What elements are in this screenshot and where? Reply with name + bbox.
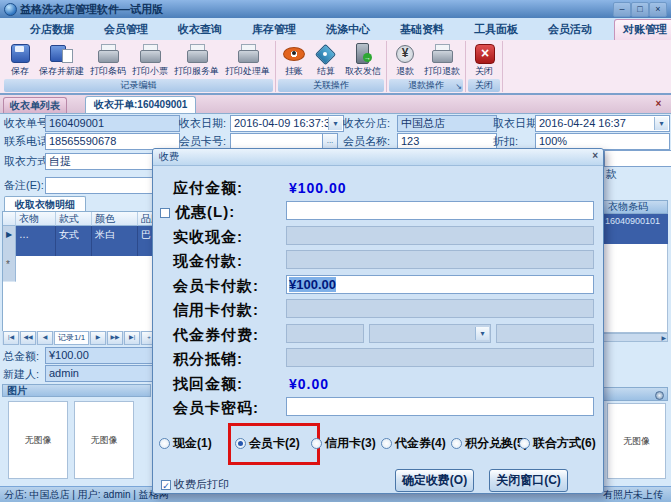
field-收衣分店[interactable]: 中国总店 <box>397 115 497 132</box>
voucher-type-dropdown[interactable]: ▾ <box>369 324 491 343</box>
menu-tab-洗涤中心[interactable]: 洗涤中心 <box>318 20 378 40</box>
radio-icon[interactable] <box>235 438 246 449</box>
voucher-amount-field[interactable] <box>286 324 364 343</box>
dialog-label: 找回金额: <box>173 375 243 394</box>
radio-icon[interactable] <box>381 438 392 449</box>
field-label: 收衣单号: <box>4 115 51 131</box>
field-label: 会员名称: <box>343 133 390 149</box>
dropdown-arrow-icon[interactable]: ▾ <box>475 327 489 340</box>
退款-button[interactable]: 退款 <box>389 41 421 78</box>
pictures-panel-header: 图片 <box>2 384 151 397</box>
total-label: 总金额: <box>3 348 39 364</box>
取衣发信-button[interactable]: 取衣发信 <box>342 41 384 78</box>
menu-tab-会员管理[interactable]: 会员管理 <box>96 20 156 40</box>
radio-label: 会员卡(2) <box>249 435 300 452</box>
关闭-button[interactable]: 关闭 <box>468 41 500 78</box>
dialog-field-会员卡密码[interactable] <box>286 397 594 416</box>
field-收衣单号[interactable]: 160409001 <box>45 115 180 132</box>
打印小票-button[interactable]: 打印小票 <box>129 41 171 78</box>
dialog-title: 收费 <box>159 150 179 164</box>
打印退款-button[interactable]: 打印退款 <box>421 41 463 78</box>
right-strip-field[interactable] <box>604 150 671 167</box>
field-收衣日期[interactable]: 2016-04-09 16:37:39▾ <box>230 115 344 132</box>
挂账-button[interactable]: 挂账 <box>278 41 310 78</box>
close-window-button[interactable]: 关闭窗口(C) <box>489 469 568 492</box>
dialog-field-会员卡付款[interactable]: ¥100.00 <box>286 275 594 294</box>
dialog-close-icon[interactable]: × <box>592 150 598 161</box>
menu-tab-工具面板[interactable]: 工具面板 <box>466 20 526 40</box>
pin-icon[interactable] <box>655 391 664 400</box>
total-label: 新建人: <box>3 366 39 382</box>
menu-tab-会员活动[interactable]: 会员活动 <box>540 20 600 40</box>
ribbon-button-label: 打印小票 <box>132 65 168 78</box>
nav-next-button[interactable]: ▶ <box>90 331 106 345</box>
nav-next-button[interactable]: ▶| <box>124 331 140 345</box>
payment-method-信用卡(3)[interactable]: 信用卡(3) <box>311 435 376 452</box>
dialog-field-优惠(L)[interactable] <box>286 201 594 220</box>
ribbon-button-label: 保存 <box>11 65 29 78</box>
ribbon-group-buttons: 退款打印退款 <box>389 41 463 78</box>
tab-garment-details[interactable]: 收取衣物明细 <box>4 196 86 212</box>
payment-method-现金(1)[interactable]: 现金(1) <box>159 435 212 452</box>
table-row-cell[interactable]: ▶ <box>3 226 16 256</box>
dropdown-arrow-icon[interactable]: ▾ <box>654 117 668 130</box>
barcode-row-selected[interactable]: 16040900101 <box>603 214 668 244</box>
table-row-cell[interactable]: 女式 <box>56 226 92 256</box>
nav-prev-button[interactable]: ◀◀ <box>20 331 36 345</box>
radio-icon[interactable] <box>519 438 530 449</box>
garment-table[interactable]: 衣物款式颜色品牌▶…女式米白巴* <box>2 211 153 332</box>
checkbox-icon[interactable]: ✓ <box>161 480 171 490</box>
payment-method-会员卡(2)[interactable]: 会员卡(2) <box>235 435 300 452</box>
table-row-cell[interactable]: … <box>16 226 56 256</box>
field-取衣日期[interactable]: 2016-04-24 16:37▾ <box>535 115 670 132</box>
radio-icon[interactable] <box>451 438 462 449</box>
打印条码-button[interactable]: 打印条码 <box>87 41 129 78</box>
payment-method-代金券(4)[interactable]: 代金券(4) <box>381 435 446 452</box>
scroll-right-icon[interactable]: ▶ <box>661 334 666 341</box>
ribbon-button-label: 打印处理单 <box>225 65 270 78</box>
radio-icon[interactable] <box>159 438 170 449</box>
dialog-label: 会员卡付款: <box>173 277 259 296</box>
picture-placeholder: 无图像 <box>8 401 68 479</box>
table-row-cell[interactable]: 米白 <box>92 226 138 256</box>
table-row-cell[interactable]: 巴 <box>138 226 153 256</box>
discount-checkbox[interactable] <box>160 208 170 218</box>
结算-button[interactable]: 结算 <box>310 41 342 78</box>
ribbon-tab-bar: 分店数据会员管理收衣查询库存管理洗涤中心基础资料工具面板会员活动对账管理 <box>0 18 671 40</box>
打印服务单-button[interactable]: 打印服务单 <box>171 41 222 78</box>
menu-tab-分店数据[interactable]: 分店数据 <box>22 20 82 40</box>
menu-tab-库存管理[interactable]: 库存管理 <box>244 20 304 40</box>
payment-method-积分兑换(5)[interactable]: 积分兑换(5) <box>451 435 528 452</box>
ribbon-group-label: 关联操作 <box>278 79 384 92</box>
dialog-label: 优惠(L): <box>175 203 235 222</box>
minimize-button[interactable]: ‒ <box>613 2 631 17</box>
打印处理单-button[interactable]: 打印处理单 <box>222 41 273 78</box>
保存-button[interactable]: 保存 <box>4 41 36 78</box>
nav-next-button[interactable]: ▶▶ <box>107 331 123 345</box>
print-after-charge-checkbox[interactable]: ✓收费后打印 <box>161 477 229 492</box>
confirm-charge-button[interactable]: 确定收费(O) <box>395 469 474 492</box>
voucher-count-field[interactable] <box>496 324 594 343</box>
menu-tab-基础资料[interactable]: 基础资料 <box>392 20 452 40</box>
total-value: admin <box>45 365 157 382</box>
nav-prev-button[interactable]: ◀ <box>37 331 53 345</box>
tab-close-icon[interactable]: × <box>652 97 665 110</box>
close-button[interactable]: × <box>649 2 667 17</box>
radio-icon[interactable] <box>311 438 322 449</box>
table-header-款式: 款式 <box>56 212 92 226</box>
menu-tab-对账管理[interactable]: 对账管理 <box>614 19 671 40</box>
保存并新建-button[interactable]: 保存并新建 <box>36 41 87 78</box>
dialog-launcher-icon[interactable]: ↘ <box>455 80 462 93</box>
nav-prev-button[interactable]: |◀ <box>3 331 19 345</box>
menu-tab-收衣查询[interactable]: 收衣查询 <box>170 20 230 40</box>
barcode-list-empty[interactable] <box>603 244 668 333</box>
record-navigator: |◀◀◀◀记录1/1▶▶▶▶|+−▲ <box>2 331 151 345</box>
horizontal-scrollbar[interactable]: ▶ <box>603 333 668 342</box>
dropdown-arrow-icon[interactable]: ▾ <box>328 117 342 130</box>
table-append-row-marker[interactable]: * <box>3 256 16 282</box>
amount-value: ¥0.00 <box>289 376 329 392</box>
payment-method-联合方式(6)[interactable]: 联合方式(6) <box>519 435 596 452</box>
tab-receipt-list[interactable]: 收衣单列表 <box>3 97 67 113</box>
tab-receipt-form[interactable]: 收衣开单:160409001 <box>85 96 196 113</box>
maximize-button[interactable]: □ <box>631 2 649 17</box>
